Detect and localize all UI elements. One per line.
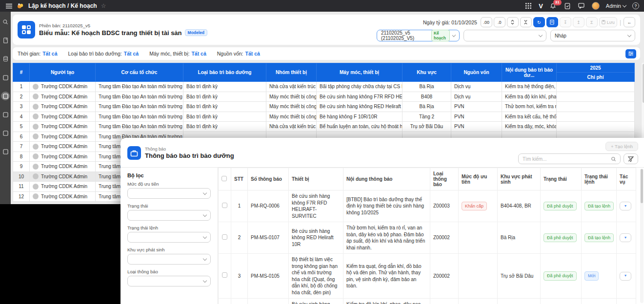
- col-header-loai-thong-bao[interactable]: Loại thông báo: [430, 168, 459, 190]
- user-avatar[interactable]: [592, 2, 600, 10]
- back-button[interactable]: ←: [624, 17, 635, 27]
- tasks-document-icon[interactable]: [564, 2, 571, 10]
- col-header-noi-dung[interactable]: Nội dung thông báo: [343, 168, 430, 190]
- apps-grid-icon[interactable]: [524, 2, 532, 10]
- row-checkbox[interactable]: [222, 203, 227, 208]
- row-actions-button[interactable]: ▾: [620, 272, 631, 281]
- expand-rows-button[interactable]: [507, 17, 519, 27]
- row-actions-button[interactable]: ▾: [620, 233, 631, 242]
- avatar: [33, 133, 39, 139]
- filter-select[interactable]: [127, 276, 211, 286]
- col-header-nhom-thiet-bi[interactable]: Nhóm thiết bị: [266, 63, 317, 82]
- filter-item[interactable]: Loại bảo trì bảo dưỡng:Tất cả: [68, 51, 139, 57]
- page-title: Biểu mẫu: Kế hoạch BDSC trang thiết bị t…: [39, 29, 182, 37]
- filter-select[interactable]: [127, 188, 211, 199]
- filter-item[interactable]: Nguồn vốn:Tất cả: [217, 51, 260, 57]
- col-header-noi-dung[interactable]: Nội dung bảo trì bảo dư...: [502, 63, 557, 82]
- notification-table: STT Số thông báo Thiết bị Nội dung thông…: [218, 168, 636, 304]
- notification-row[interactable]: 4 PM-MS-0126 Bè cứu sinh hàng không F7R …: [219, 299, 636, 304]
- workspace-v-icon[interactable]: V: [539, 2, 543, 10]
- col-header-co-cau[interactable]: Cơ cấu tổ chức: [96, 63, 183, 82]
- document-view-button[interactable]: [546, 17, 558, 27]
- refresh-button[interactable]: ↻: [533, 17, 545, 27]
- create-order-button[interactable]: + Tạo lệnh: [605, 142, 638, 151]
- notification-row[interactable]: 1 PM-RQ-0006 Bè cứu sinh hàng không F7R …: [219, 190, 636, 222]
- avatar: [33, 84, 39, 90]
- sum-button[interactable]: Σ: [586, 17, 598, 27]
- chat-icon[interactable]: [578, 2, 585, 10]
- col-header-khu-vuc[interactable]: Khu vực phát sinh: [498, 168, 541, 190]
- notification-row[interactable]: 3 PM-MS-0105 Bộ thiết bị làm việc trong …: [219, 254, 636, 299]
- filter-field: Loại thông báo: [127, 269, 211, 286]
- row-checkbox[interactable]: [222, 234, 227, 240]
- filter-item[interactable]: Máy móc, thiết bị:Tất cả: [149, 51, 206, 57]
- hamburger-menu-icon[interactable]: [5, 2, 13, 10]
- favorite-star-icon[interactable]: ☆: [101, 2, 106, 9]
- col-header-nguoi-tao[interactable]: Người tạo: [30, 63, 96, 82]
- col-header-thiet-bi[interactable]: Thiết bị: [289, 168, 343, 190]
- notifications-bell-icon[interactable]: 31: [549, 2, 557, 10]
- avatar: [33, 144, 39, 150]
- window-icon-5[interactable]: [1, 147, 10, 156]
- filter-select[interactable]: [127, 232, 211, 243]
- window-icon-4[interactable]: [1, 129, 10, 137]
- search-icon[interactable]: [1, 18, 10, 26]
- notebook-icon[interactable]: [1, 36, 10, 45]
- decimal-increase-button[interactable]: .00: [481, 17, 492, 27]
- col-header-so-thong-bao[interactable]: Số thông báo: [248, 168, 289, 190]
- col-header-may-moc[interactable]: Máy móc, thiết bị: [317, 63, 402, 82]
- table-row[interactable]: 5 Trường CDDK Admin Trung tâm Đào tạo An…: [13, 122, 635, 132]
- version-select[interactable]: 21102025_v5 (21102025_V5) Kế hoạch: [377, 30, 460, 41]
- col-header-chi-phi[interactable]: Chi phí: [557, 73, 635, 82]
- modal-body: Bộ lọc Mức độ ưu tiên Trạng thái Trạng t…: [121, 168, 644, 304]
- decimal-decrease-button[interactable]: .0: [494, 17, 505, 27]
- table-row[interactable]: 4 Trường CDDK Admin Trung tâm Đào tạo An…: [13, 112, 635, 122]
- col-header-nguon-von[interactable]: Nguồn vốn: [451, 63, 502, 82]
- filter-select[interactable]: [127, 210, 211, 221]
- form-header-card: Phiên bản: 21102025_v5 Biểu mẫu: Kế hoạc…: [13, 15, 640, 45]
- filter-select[interactable]: [127, 254, 211, 265]
- search-input[interactable]: [523, 156, 608, 162]
- import-button[interactable]: ↧: [560, 17, 571, 27]
- row-actions-button[interactable]: ▾: [620, 202, 631, 210]
- export-button[interactable]: ↥: [573, 17, 584, 27]
- window-icon-1[interactable]: [1, 73, 10, 82]
- filter-item[interactable]: Thời gian:Tất cả: [18, 51, 58, 57]
- row-checkbox[interactable]: [222, 272, 227, 278]
- col-header-tac-vu[interactable]: Tác vụ: [617, 168, 636, 190]
- window-icon-2-active[interactable]: [1, 92, 10, 100]
- col-header-khu-vuc[interactable]: Khu vực: [402, 63, 451, 82]
- search-box: [518, 153, 621, 164]
- notification-table-scrollbar[interactable]: [640, 169, 644, 303]
- notification-row[interactable]: 2 PM-MS-0107 Bè cứu sinh hàng không RED …: [219, 222, 636, 254]
- chevron-down-icon: [203, 190, 207, 194]
- col-header-stt[interactable]: #: [13, 63, 30, 82]
- chevron-down-icon: [203, 234, 207, 238]
- select-all-checkbox[interactable]: [221, 176, 227, 181]
- table-row[interactable]: 3 Trường CDDK Admin Trung tâm Đào tạo An…: [13, 102, 635, 112]
- col-header-muc-do[interactable]: Mức độ ưu tiên: [459, 168, 498, 190]
- collapse-rows-button[interactable]: [520, 17, 532, 27]
- col-header-2025[interactable]: 2025: [557, 63, 635, 73]
- database-icon[interactable]: [1, 55, 10, 63]
- save-button[interactable]: Lưu: [599, 17, 617, 27]
- table-row[interactable]: 1 Trường CDDK Admin Trung tâm Đào tạo An…: [13, 82, 635, 92]
- table-row[interactable]: 2 Trường CDDK Admin Trung tâm Đào tạo An…: [13, 92, 635, 102]
- app-logo-icon: [17, 2, 24, 10]
- status-select[interactable]: Nháp: [550, 30, 635, 41]
- scenario-select[interactable]: [463, 30, 546, 41]
- avatar: [33, 94, 39, 99]
- col-header-stt[interactable]: STT: [231, 168, 248, 190]
- help-icon[interactable]: ?: [632, 2, 639, 9]
- window-icon-3[interactable]: [1, 110, 10, 119]
- user-menu[interactable]: Admin: [606, 3, 626, 9]
- avatar: [33, 193, 39, 199]
- filter-field: Trạng thái lệnh: [127, 225, 211, 243]
- avatar: [33, 104, 39, 110]
- table-settings-button[interactable]: [625, 49, 636, 58]
- col-header-trang-thai[interactable]: Trạng thái: [541, 168, 582, 190]
- filter-bar: Thời gian:Tất cả Loại bảo trì bảo dưỡng:…: [13, 47, 640, 60]
- col-header-loai-btbd[interactable]: Loại bảo trì bảo dưỡng: [183, 63, 266, 82]
- clear-filter-button[interactable]: [624, 153, 638, 164]
- col-header-trang-thai-lenh[interactable]: Trạng thái lệnh: [582, 168, 617, 190]
